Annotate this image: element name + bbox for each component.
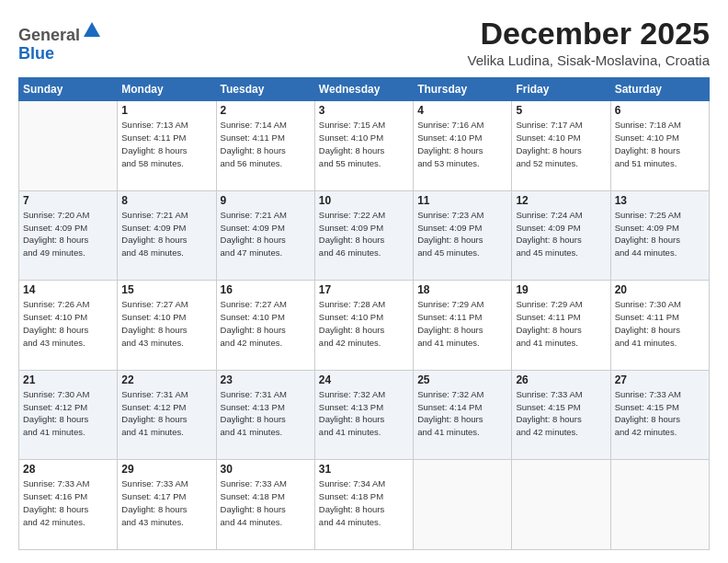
day-info: Sunrise: 7:21 AMSunset: 4:09 PMDaylight:…: [121, 209, 211, 259]
day-info: Sunrise: 7:14 AMSunset: 4:11 PMDaylight:…: [221, 119, 311, 169]
calendar-table: SundayMondayTuesdayWednesdayThursdayFrid…: [18, 77, 710, 550]
calendar-cell: 12Sunrise: 7:24 AMSunset: 4:09 PMDayligh…: [512, 190, 610, 281]
day-number: 6: [615, 104, 705, 117]
col-header-sunday: Sunday: [19, 78, 118, 101]
calendar-cell: 29Sunrise: 7:33 AMSunset: 4:17 PMDayligh…: [118, 460, 216, 550]
day-number: 5: [516, 104, 606, 117]
calendar-cell: 4Sunrise: 7:16 AMSunset: 4:10 PMDaylight…: [414, 101, 512, 191]
day-info: Sunrise: 7:30 AMSunset: 4:12 PMDaylight:…: [23, 388, 113, 439]
calendar-cell: 18Sunrise: 7:29 AMSunset: 4:11 PMDayligh…: [414, 281, 512, 371]
day-info: Sunrise: 7:21 AMSunset: 4:09 PMDaylight:…: [221, 209, 311, 259]
day-info: Sunrise: 7:30 AMSunset: 4:11 PMDaylight:…: [615, 298, 705, 349]
month-title: December 2025: [468, 17, 710, 51]
day-info: Sunrise: 7:33 AMSunset: 4:15 PMDaylight:…: [615, 388, 705, 439]
day-info: Sunrise: 7:13 AMSunset: 4:11 PMDaylight:…: [121, 119, 211, 169]
calendar-cell: 16Sunrise: 7:27 AMSunset: 4:10 PMDayligh…: [216, 281, 314, 371]
day-number: 24: [319, 373, 409, 386]
day-info: Sunrise: 7:33 AMSunset: 4:15 PMDaylight:…: [516, 388, 606, 439]
day-info: Sunrise: 7:33 AMSunset: 4:18 PMDaylight:…: [221, 477, 311, 528]
day-info: Sunrise: 7:32 AMSunset: 4:13 PMDaylight:…: [319, 388, 409, 439]
day-info: Sunrise: 7:28 AMSunset: 4:10 PMDaylight:…: [319, 298, 409, 349]
calendar-cell: [512, 460, 610, 550]
calendar-cell: 27Sunrise: 7:33 AMSunset: 4:15 PMDayligh…: [610, 370, 709, 460]
calendar-cell: 22Sunrise: 7:31 AMSunset: 4:12 PMDayligh…: [118, 370, 216, 460]
day-number: 13: [615, 194, 705, 207]
logo-general-text: General: [18, 26, 80, 44]
day-number: 22: [121, 373, 211, 386]
calendar-cell: 13Sunrise: 7:25 AMSunset: 4:09 PMDayligh…: [610, 190, 709, 281]
svg-marker-0: [84, 22, 100, 37]
day-number: 16: [221, 283, 311, 296]
day-info: Sunrise: 7:25 AMSunset: 4:09 PMDaylight:…: [615, 209, 705, 259]
calendar-cell: 7Sunrise: 7:20 AMSunset: 4:09 PMDaylight…: [19, 190, 118, 281]
day-info: Sunrise: 7:33 AMSunset: 4:17 PMDaylight:…: [121, 477, 211, 528]
day-number: 10: [319, 194, 409, 207]
calendar-week-row: 14Sunrise: 7:26 AMSunset: 4:10 PMDayligh…: [19, 281, 710, 371]
calendar-cell: 11Sunrise: 7:23 AMSunset: 4:09 PMDayligh…: [414, 190, 512, 281]
calendar-cell: [610, 460, 709, 550]
day-info: Sunrise: 7:27 AMSunset: 4:10 PMDaylight:…: [221, 298, 311, 349]
day-number: 11: [417, 194, 507, 207]
calendar-cell: 15Sunrise: 7:27 AMSunset: 4:10 PMDayligh…: [118, 281, 216, 371]
day-info: Sunrise: 7:29 AMSunset: 4:11 PMDaylight:…: [516, 298, 606, 349]
day-number: 31: [319, 463, 409, 476]
day-info: Sunrise: 7:31 AMSunset: 4:12 PMDaylight:…: [121, 388, 211, 439]
day-number: 8: [121, 194, 211, 207]
day-info: Sunrise: 7:24 AMSunset: 4:09 PMDaylight:…: [516, 209, 606, 259]
header: General Blue December 2025 Velika Ludina…: [18, 17, 710, 68]
calendar-cell: 24Sunrise: 7:32 AMSunset: 4:13 PMDayligh…: [314, 370, 413, 460]
calendar-week-row: 1Sunrise: 7:13 AMSunset: 4:11 PMDaylight…: [19, 101, 710, 191]
col-header-tuesday: Tuesday: [216, 78, 314, 101]
day-number: 30: [221, 463, 311, 476]
day-info: Sunrise: 7:29 AMSunset: 4:11 PMDaylight:…: [417, 298, 507, 349]
day-info: Sunrise: 7:23 AMSunset: 4:09 PMDaylight:…: [417, 209, 507, 259]
day-number: 18: [417, 283, 507, 296]
day-number: 19: [516, 283, 606, 296]
calendar-cell: 25Sunrise: 7:32 AMSunset: 4:14 PMDayligh…: [414, 370, 512, 460]
day-number: 1: [121, 104, 211, 117]
calendar-cell: 8Sunrise: 7:21 AMSunset: 4:09 PMDaylight…: [118, 190, 216, 281]
day-info: Sunrise: 7:18 AMSunset: 4:10 PMDaylight:…: [615, 119, 705, 169]
logo-icon: [82, 20, 102, 40]
day-number: 15: [121, 283, 211, 296]
day-number: 29: [121, 463, 211, 476]
calendar-week-row: 21Sunrise: 7:30 AMSunset: 4:12 PMDayligh…: [19, 370, 710, 460]
day-number: 9: [221, 194, 311, 207]
calendar-cell: 2Sunrise: 7:14 AMSunset: 4:11 PMDaylight…: [216, 101, 314, 191]
day-number: 12: [516, 194, 606, 207]
calendar-week-row: 7Sunrise: 7:20 AMSunset: 4:09 PMDaylight…: [19, 190, 710, 281]
col-header-thursday: Thursday: [414, 78, 512, 101]
calendar-cell: 6Sunrise: 7:18 AMSunset: 4:10 PMDaylight…: [610, 101, 709, 191]
day-info: Sunrise: 7:20 AMSunset: 4:09 PMDaylight:…: [23, 209, 113, 259]
calendar-cell: [19, 101, 118, 191]
calendar-cell: 19Sunrise: 7:29 AMSunset: 4:11 PMDayligh…: [512, 281, 610, 371]
day-number: 28: [23, 463, 113, 476]
day-number: 2: [221, 104, 311, 117]
calendar-cell: 3Sunrise: 7:15 AMSunset: 4:10 PMDaylight…: [314, 101, 413, 191]
day-info: Sunrise: 7:34 AMSunset: 4:18 PMDaylight:…: [319, 477, 409, 528]
calendar-cell: 28Sunrise: 7:33 AMSunset: 4:16 PMDayligh…: [19, 460, 118, 550]
day-info: Sunrise: 7:33 AMSunset: 4:16 PMDaylight:…: [23, 477, 113, 528]
calendar-cell: 14Sunrise: 7:26 AMSunset: 4:10 PMDayligh…: [19, 281, 118, 371]
calendar-cell: 5Sunrise: 7:17 AMSunset: 4:10 PMDaylight…: [512, 101, 610, 191]
day-number: 7: [23, 194, 113, 207]
calendar-week-row: 28Sunrise: 7:33 AMSunset: 4:16 PMDayligh…: [19, 460, 710, 550]
logo-blue-text: Blue: [18, 44, 54, 63]
calendar-cell: 23Sunrise: 7:31 AMSunset: 4:13 PMDayligh…: [216, 370, 314, 460]
day-number: 23: [221, 373, 311, 386]
day-number: 25: [417, 373, 507, 386]
day-number: 4: [417, 104, 507, 117]
title-block: December 2025 Velika Ludina, Sisak-Mosla…: [468, 17, 710, 68]
calendar-header-row: SundayMondayTuesdayWednesdayThursdayFrid…: [19, 78, 710, 101]
day-info: Sunrise: 7:22 AMSunset: 4:09 PMDaylight:…: [319, 209, 409, 259]
day-number: 26: [516, 373, 606, 386]
calendar-cell: 31Sunrise: 7:34 AMSunset: 4:18 PMDayligh…: [314, 460, 413, 550]
location-title: Velika Ludina, Sisak-Moslavina, Croatia: [468, 52, 710, 68]
day-info: Sunrise: 7:26 AMSunset: 4:10 PMDaylight:…: [23, 298, 113, 349]
col-header-saturday: Saturday: [610, 78, 709, 101]
col-header-wednesday: Wednesday: [314, 78, 413, 101]
day-number: 3: [319, 104, 409, 117]
logo: General Blue: [18, 20, 102, 63]
day-number: 27: [615, 373, 705, 386]
calendar-cell: [414, 460, 512, 550]
